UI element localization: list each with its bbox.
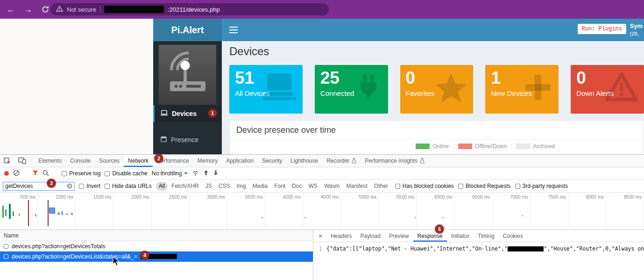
tab-lighthouse[interactable]: Lighthouse [286,155,322,167]
laptop-icon [161,110,168,117]
tab-network[interactable]: Network [124,155,153,167]
import-har-icon[interactable] [203,170,209,177]
tab-memory[interactable]: Memory [193,155,222,167]
throttling-dropdown[interactable]: No throttling [152,170,188,177]
throttling-value: No throttling [152,170,182,177]
device-toolbar-icon[interactable] [14,155,30,167]
timeline-activity [61,211,63,215]
pill-other[interactable]: Other [371,182,391,191]
stat-all-devices[interactable]: 51 All Devices [229,65,303,114]
checkbox[interactable] [395,184,400,189]
search-icon[interactable] [42,170,49,178]
close-icon[interactable]: × [314,232,326,240]
tab-console[interactable]: Console [66,155,95,167]
requests-name-header[interactable]: Name [0,230,313,241]
tab-elements[interactable]: Elements [34,155,66,167]
legend-offline[interactable]: Offline/Down [458,143,507,150]
warning-icon [605,72,638,103]
pill-doc[interactable]: Doc [289,182,304,191]
forward-icon[interactable]: → [21,3,35,16]
network-conditions-icon[interactable] [192,170,199,177]
detail-tab-cookies[interactable]: Cookies [499,230,527,242]
run-plugins-button[interactable]: Run: Plugins [578,24,626,34]
disable-cache-checkbox[interactable]: Disable cache [105,170,147,177]
star-icon [435,72,467,104]
stat-connected[interactable]: 25 Connected [315,65,388,114]
clear-icon[interactable] [13,170,20,178]
legend-label: Archived [533,143,555,150]
redacted-host [104,6,164,13]
pill-fetch-xhr[interactable]: Fetch/XHR [169,182,202,191]
legend-online[interactable]: Online [416,143,449,150]
tab-sources[interactable]: Sources [95,155,124,167]
checkbox[interactable] [105,184,110,189]
timeline-tick: 5000 ms [341,193,379,230]
timeline-activity [35,214,36,216]
filter-icon[interactable] [32,170,38,177]
checkbox[interactable] [515,184,520,189]
stat-new-devices[interactable]: 1 New Devices [485,65,559,114]
checkbox[interactable] [4,244,8,249]
pill-manifest[interactable]: Manifest [343,182,370,191]
pill-font[interactable]: Font [271,182,288,191]
record-button[interactable] [4,171,9,176]
devtools-tabbar: Elements Console Sources Network Perform… [0,155,644,167]
sidebar-item-label: Devices [172,110,197,117]
clear-filter-icon[interactable] [67,183,72,189]
checkbox-label: Blocked Requests [466,183,511,189]
tab-recorder[interactable]: Recorder [322,155,361,167]
preserve-log-checkbox[interactable]: Preserve log [62,170,100,177]
tab-application[interactable]: Application [222,155,258,167]
tab-performance-insights[interactable]: Performance insights [361,155,429,167]
checkbox-label: Has blocked cookies [403,183,454,189]
checkbox[interactable] [79,184,84,189]
checkbox[interactable] [4,254,8,259]
hamburger-menu-icon[interactable] [229,27,238,35]
timeline-activity [71,213,73,215]
back-icon[interactable]: ← [4,3,17,16]
request-row[interactable]: devices.php?action=getDevicesTotals [0,241,313,251]
network-timeline-overview[interactable]: 500 ms 1000 ms 1500 ms 2000 ms 2500 ms 3… [0,193,644,230]
blocked-cookies-checkbox[interactable]: Has blocked cookies [395,183,454,189]
pill-css[interactable]: CSS [216,182,233,191]
refresh-icon[interactable] [39,3,52,16]
url-separator [100,6,100,13]
legend-swatch-archived [516,144,530,149]
checkbox[interactable] [105,171,110,176]
pill-js[interactable]: JS [203,182,215,191]
inspect-element-icon[interactable] [0,155,14,167]
request-row-selected[interactable]: devices.php?action=getDevicesList&status… [0,251,313,262]
export-har-icon[interactable] [213,170,219,177]
legend-archived[interactable]: Archived [516,143,555,150]
pill-media[interactable]: Media [249,182,270,191]
third-party-checkbox[interactable]: 3rd-party requests [515,183,568,189]
hide-data-urls-checkbox[interactable]: Hide data URLs [105,183,152,189]
checkbox[interactable] [458,184,463,189]
detail-tab-initiator[interactable]: Initiator [447,230,474,242]
app-logo[interactable]: Pi.Alert [153,19,222,41]
sidebar-item-presence[interactable]: Presence [153,131,222,148]
blocked-requests-checkbox[interactable]: Blocked Requests [458,183,511,189]
filter-input-box[interactable] [3,182,75,191]
pill-wasm[interactable]: Wasm [321,182,343,191]
stat-down-alerts[interactable]: 0 Down Alerts [571,65,644,114]
pill-ws[interactable]: WS [306,182,320,191]
detail-tab-payload[interactable]: Payload [356,230,385,242]
invert-checkbox[interactable]: Invert [79,183,100,189]
checkbox[interactable] [62,171,67,176]
tab-security[interactable]: Security [258,155,286,167]
response-body[interactable]: 1 {"data":[["laptop","Net - Huawei","Int… [313,245,644,252]
request-name: devices.php?action=getDevicesTotals [12,243,105,250]
user-menu[interactable]: Sym (28, [630,22,643,37]
detail-tab-timing[interactable]: Timing [474,230,499,242]
pialert-app: Pi.Alert Run: Plugins Sym (28, [153,19,644,154]
detail-tab-headers[interactable]: Headers [326,230,356,242]
stat-favorites[interactable]: 0 Favorites [400,65,474,114]
app-navbar: Run: Plugins Sym (28, [222,19,644,41]
detail-tab-preview[interactable]: Preview [385,230,413,242]
pill-all[interactable]: All [156,182,168,191]
pill-img[interactable]: Img [234,182,248,191]
network-filter-row: Invert Hide data URLs All Fetch/XHR JS C… [0,180,644,193]
address-bar[interactable]: Not secure :20211/devices.php [50,3,329,15]
sidebar-item-label: Presence [171,136,198,144]
